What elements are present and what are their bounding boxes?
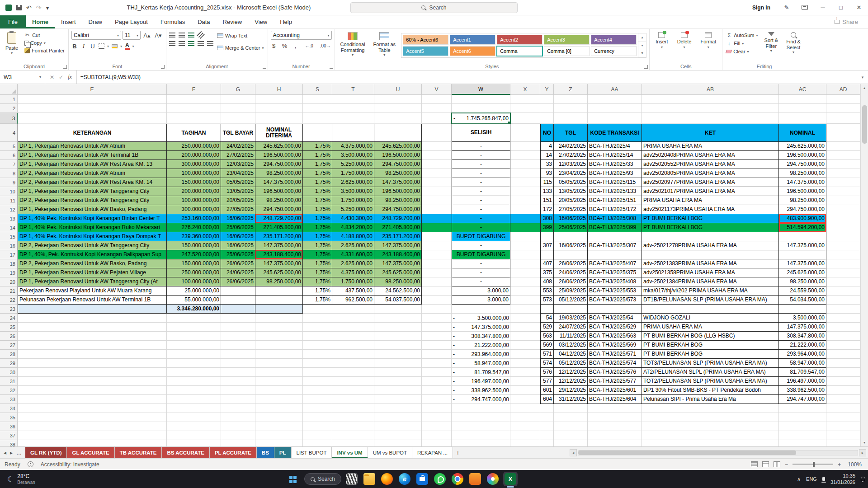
cell-U9[interactable]: 147.375.000,00 bbox=[374, 178, 422, 187]
photos-app-icon[interactable] bbox=[344, 472, 359, 486]
sort-filter-button[interactable]: Sort &Filter▾ bbox=[762, 31, 781, 54]
cell-W32[interactable]: -338.962.500,00 bbox=[452, 386, 510, 395]
cell-H16[interactable]: 147.375.000,00 bbox=[255, 241, 303, 250]
orientation-icon[interactable] bbox=[197, 31, 205, 39]
cell-AA12[interactable]: BCA-THJ/2025/172 bbox=[588, 205, 642, 214]
col-header-X[interactable]: X bbox=[510, 84, 540, 95]
cell-E13[interactable]: DP 1, 40% Pek. Kontruksi Kopi Kenangan B… bbox=[18, 214, 167, 223]
cell-E22[interactable]: Pelunasan Pekerjaan Renovasi Untuk AW Te… bbox=[18, 296, 167, 305]
cell-Y17[interactable] bbox=[540, 250, 554, 259]
cell-U12[interactable]: 294.750.000,00 bbox=[374, 205, 422, 214]
expand-formula-bar-icon[interactable]: ▾ bbox=[857, 70, 868, 84]
cell-W6[interactable]: - bbox=[452, 151, 510, 160]
cell-W29[interactable]: -58.947.000,00 bbox=[452, 359, 510, 368]
cell-AB29[interactable]: TOT3/PELUNASAN SLP (PRIMA USAHA ERA MA) bbox=[642, 359, 779, 368]
number-format-select[interactable]: Accounting▾ bbox=[271, 31, 332, 40]
cell-U16[interactable]: 147.375.000,00 bbox=[374, 241, 422, 250]
vertical-scrollbar[interactable]: ▴ ▾ bbox=[860, 84, 868, 446]
save-icon[interactable] bbox=[16, 5, 22, 10]
zoom-out-button[interactable]: − bbox=[785, 461, 788, 468]
more-sheets-button[interactable]: … bbox=[16, 450, 22, 456]
cell-AA13[interactable]: BCA-THJ/2025/308 bbox=[588, 214, 642, 223]
cell-Y33[interactable]: 604 bbox=[540, 395, 554, 404]
cell-S17[interactable]: 1,75% bbox=[303, 250, 332, 259]
cell-AC6[interactable]: 196.500.000,00 bbox=[779, 151, 826, 160]
cell-S20[interactable]: 1,75% bbox=[303, 277, 332, 286]
col-header-AD[interactable]: AD bbox=[826, 84, 860, 95]
grow-font-button[interactable]: A▴ bbox=[142, 32, 152, 39]
cell-F20[interactable]: 100.000.000,00 bbox=[167, 277, 221, 286]
cell-AA16[interactable]: BCA-THJ/2025/307 bbox=[588, 241, 642, 250]
cell-AC21[interactable]: 24.559.500,00 bbox=[779, 286, 826, 296]
ribbon-tab-page-layout[interactable]: Page Layout bbox=[108, 15, 154, 28]
cell-AB26[interactable]: PT BUMI BERKAH BOG (LLG-HSBC) bbox=[642, 332, 779, 341]
minimize-button[interactable]: ─ bbox=[814, 0, 832, 15]
cell-AA18[interactable]: BCA-THJ/2025/407 bbox=[588, 259, 642, 268]
cell-Y18[interactable]: 407 bbox=[540, 259, 554, 268]
font-family-select[interactable]: Calibri▾ bbox=[71, 31, 121, 40]
cell-AC24[interactable]: 3.500.000,00 bbox=[779, 314, 826, 323]
row-header-36[interactable]: 36 bbox=[0, 422, 18, 431]
cell-H18[interactable]: 147.375.000,00 bbox=[255, 259, 303, 268]
cell-Z16[interactable]: 16/06/2025 bbox=[554, 241, 588, 250]
cell-H10[interactable]: 196.500.000,00 bbox=[255, 187, 303, 196]
cell-AB24[interactable]: WIDJONO GOZALI bbox=[642, 314, 779, 323]
cell-G17[interactable]: 25/06/2025 bbox=[221, 250, 255, 259]
cell-Z20[interactable]: 26/06/2025 bbox=[554, 277, 588, 286]
ribbon-tab-home[interactable]: Home bbox=[26, 15, 55, 28]
gallery-down-button[interactable]: ▾ bbox=[638, 42, 646, 50]
cell-AC33[interactable]: 294.747.000,00 bbox=[779, 395, 826, 404]
cell-E12[interactable]: DP 1, Pekerjaan Renovasi Untuk AW Basko,… bbox=[18, 205, 167, 214]
row-header-26[interactable]: 26 bbox=[0, 332, 18, 341]
cell-W18[interactable]: - bbox=[452, 259, 510, 268]
row-header-33[interactable]: 33 bbox=[0, 395, 18, 404]
row-header-13[interactable]: 13 bbox=[0, 214, 18, 223]
cell-H21[interactable] bbox=[255, 286, 303, 296]
cell-X13[interactable] bbox=[510, 214, 540, 223]
cell-G21[interactable] bbox=[221, 286, 255, 296]
wrap-text-button[interactable]: Wrap Text bbox=[216, 33, 265, 39]
cell-AA33[interactable]: BCA-THJ/2025/604 bbox=[588, 395, 642, 404]
cell-G8[interactable]: 23/04/2025 bbox=[221, 169, 255, 178]
find-select-button[interactable]: Find &Select▾ bbox=[783, 31, 803, 56]
cell-U4[interactable] bbox=[374, 124, 422, 142]
cell-AA20[interactable]: BCA-THJ/2025/408 bbox=[588, 277, 642, 286]
start-button[interactable] bbox=[288, 472, 301, 486]
cell-E18[interactable]: DP 2, Pekerjaan Renovasi Untuk AW Basko,… bbox=[18, 259, 167, 268]
styles-dialog-launcher[interactable] bbox=[644, 65, 648, 69]
confirm-entry-icon[interactable]: ✓ bbox=[59, 74, 63, 80]
cell-S22[interactable]: 1,75% bbox=[303, 296, 332, 305]
row-header-31[interactable]: 31 bbox=[0, 377, 18, 386]
undo-button[interactable]: ↶ bbox=[26, 5, 32, 11]
col-header-T[interactable]: T bbox=[332, 84, 374, 95]
cell-Z18[interactable]: 26/06/2025 bbox=[554, 259, 588, 268]
cell-G18[interactable]: 26/06/2025 bbox=[221, 259, 255, 268]
cell-F12[interactable]: 300.000.000,00 bbox=[167, 205, 221, 214]
edge-icon[interactable]: e bbox=[397, 472, 412, 486]
cell-U15[interactable]: 235.171.200,00 bbox=[374, 232, 422, 241]
cell-W3[interactable]: -1.745.265.847,00 bbox=[452, 113, 510, 124]
cell-F9[interactable]: 150.000.000,00 bbox=[167, 178, 221, 187]
cell-F16[interactable]: 150.000.000,00 bbox=[167, 241, 221, 250]
col-header-E[interactable]: E bbox=[18, 84, 167, 95]
cell-Z11[interactable]: 20/05/2025 bbox=[554, 196, 588, 205]
sheet-tab-tb-accurate[interactable]: TB ACCURATE bbox=[115, 447, 162, 458]
row-header-2[interactable]: 2 bbox=[0, 104, 18, 113]
cell-W7[interactable]: - bbox=[452, 160, 510, 169]
cell-AA30[interactable]: BCA-THJ/2025/576 bbox=[588, 368, 642, 377]
cell-U14[interactable]: 271.405.800,00 bbox=[374, 223, 422, 232]
cell-AC5[interactable]: 245.625.000,00 bbox=[779, 142, 826, 151]
cell-G13[interactable]: 16/06/2025 bbox=[221, 214, 255, 223]
cell-AB30[interactable]: AT2/PELUNASAN SLPL (PRIMA USAHA ERA MA) bbox=[642, 368, 779, 377]
cell-W25[interactable]: -147.375.000,00 bbox=[452, 323, 510, 332]
cell-AC12[interactable]: 294.750.000,00 bbox=[779, 205, 826, 214]
cell-AC29[interactable]: 58.947.000,00 bbox=[779, 359, 826, 368]
cell-Z31[interactable]: 12/12/2025 bbox=[554, 377, 588, 386]
cell-F19[interactable]: 250.000.000,00 bbox=[167, 268, 221, 277]
col-header-AB[interactable]: AB bbox=[642, 84, 779, 95]
cell-Y7[interactable]: 33 bbox=[540, 160, 554, 169]
vertical-scroll-thumb[interactable] bbox=[862, 105, 867, 144]
row-header-1[interactable]: 1 bbox=[0, 95, 18, 104]
cell-F17[interactable]: 247.520.000,00 bbox=[167, 250, 221, 259]
cell-Z30[interactable]: 12/12/2025 bbox=[554, 368, 588, 377]
